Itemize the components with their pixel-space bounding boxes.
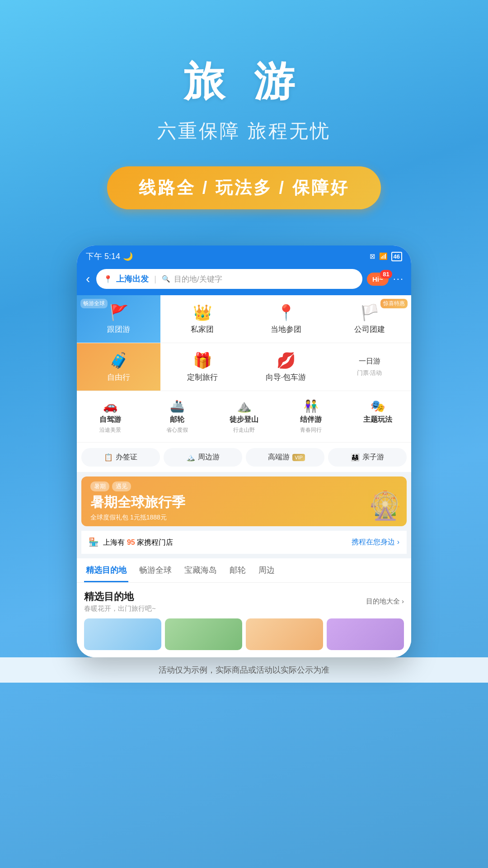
service-nearby[interactable]: 🏔️ 周边游 <box>164 448 242 467</box>
hero-subtitle: 六重保障 旅程无忧 <box>18 118 470 144</box>
service-custom-travel[interactable]: 🎁 定制旅行 <box>160 343 244 391</box>
destination-info: 精选目的地 春暖花开，出门旅行吧~ <box>84 590 156 613</box>
self-drive-icon: 🚗 <box>103 399 117 413</box>
app-content: 畅游全球 🚩 跟团游 👑 私家团 📍 当地参团 惊喜特惠 🏳️ 公司团建 <box>77 295 411 657</box>
service-private-tour[interactable]: 👑 私家团 <box>160 295 244 343</box>
status-bar: 下午 5:14 🌙 ⊠ 📶 46 <box>77 245 411 264</box>
service-badge-blue: 畅游全球 <box>80 299 108 308</box>
departure-city: 上海出发 <box>116 274 149 284</box>
service-local-tour[interactable]: 📍 当地参团 <box>244 295 328 343</box>
dest-image-3[interactable] <box>246 618 323 650</box>
travel-buddy-icon: 👫 <box>304 399 318 413</box>
header-icons: Hi~ 81 ··· <box>367 273 404 286</box>
promo-banner[interactable]: 暑期 遇见 暑期全球旅行季 全球度假礼包 1元抵1888元 🎡 <box>81 476 407 526</box>
theme-play-icon: 🎭 <box>371 399 385 413</box>
banner-offer: 全球度假礼包 1元抵1888元 <box>90 514 185 522</box>
destination-all-link[interactable]: 目的地大全 › <box>366 597 404 606</box>
service-guide-car[interactable]: 💋 向导·包车游 <box>244 343 328 391</box>
service-luxury[interactable]: 高端游 VIP <box>246 448 324 467</box>
dest-image-1[interactable] <box>84 618 161 650</box>
notification-badge: 81 <box>380 270 392 278</box>
private-tour-icon: 👑 <box>193 303 212 321</box>
status-time: 下午 5:14 <box>86 251 120 262</box>
moon-icon: 🌙 <box>123 251 133 261</box>
store-info: 🏪 上海有 95 家携程门店 携程在您身边 › <box>81 531 407 554</box>
destination-subtitle: 春暖花开，出门旅行吧~ <box>84 604 156 613</box>
vip-badge: VIP <box>292 454 305 461</box>
back-button[interactable]: ‹ <box>84 270 92 288</box>
banner-title: 暑期全球旅行季 <box>90 493 185 512</box>
more-button[interactable]: ··· <box>393 273 404 285</box>
phone-container: 下午 5:14 🌙 ⊠ 📶 46 ‹ 📍 上海出发 | 🔍 目的地/关键字 <box>0 236 488 657</box>
destination-header: 精选目的地 春暖花开，出门旅行吧~ 目的地大全 › <box>84 590 404 613</box>
search-divider: | <box>154 274 156 284</box>
service-theme-play[interactable]: 🎭 主题玩法 <box>344 396 411 438</box>
dest-image-2[interactable] <box>165 618 242 650</box>
company-tour-icon: 🏳️ <box>360 303 379 321</box>
service-grid-row1: 畅游全球 🚩 跟团游 👑 私家团 📍 当地参团 惊喜特惠 🏳️ 公司团建 <box>77 295 411 343</box>
hero-title: 旅 游 <box>18 54 470 109</box>
service-badge-orange: 惊喜特惠 <box>380 299 408 308</box>
service-travel-buddy[interactable]: 👫 结伴游 青春同行 <box>277 396 344 438</box>
location-icon: 📍 <box>103 275 113 283</box>
store-link[interactable]: 携程在您身边 › <box>352 538 399 547</box>
service-free-travel[interactable]: 🧳 自由行 <box>77 343 160 391</box>
service-cruise[interactable]: 🚢 邮轮 省心度假 <box>144 396 211 438</box>
service-family[interactable]: 👨‍👩‍👧 亲子游 <box>328 448 407 467</box>
wifi-icon: 📶 <box>379 252 388 260</box>
destination-title: 精选目的地 <box>84 590 156 604</box>
screen-record-icon: ⊠ <box>370 252 375 260</box>
destination-section: 精选目的地 春暖花开，出门旅行吧~ 目的地大全 › <box>77 583 411 657</box>
tab-selected-destinations[interactable]: 精选目的地 <box>84 558 128 582</box>
tab-global-travel[interactable]: 畅游全球 <box>137 558 174 582</box>
cruise-icon: 🚢 <box>170 399 184 413</box>
phone-mockup: 下午 5:14 🌙 ⊠ 📶 46 ‹ 📍 上海出发 | 🔍 目的地/关键字 <box>77 245 411 657</box>
service-day-tickets[interactable]: 一日游 门票·活动 <box>328 343 411 391</box>
hiking-icon: ⛰️ <box>237 399 251 413</box>
group-tour-icon: 🚩 <box>109 303 128 321</box>
store-count: 95 <box>127 538 135 546</box>
local-tour-icon: 📍 <box>277 303 296 321</box>
app-header: ‹ 📍 上海出发 | 🔍 目的地/关键字 Hi~ 81 ··· <box>77 264 411 295</box>
search-placeholder-text: 目的地/关键字 <box>174 274 222 284</box>
tab-nearby[interactable]: 周边 <box>257 558 277 582</box>
family-icon: 👨‍👩‍👧 <box>351 453 360 462</box>
hi-button[interactable]: Hi~ 81 <box>367 273 389 286</box>
service-self-drive[interactable]: 🚗 自驾游 沿途美景 <box>77 396 144 438</box>
service-visa[interactable]: 📋 办签证 <box>81 448 160 467</box>
destination-images <box>84 618 404 650</box>
disclaimer: 活动仅为示例，实际商品或活动以实际公示为准 <box>0 657 488 683</box>
store-icon: 🏪 <box>89 538 99 547</box>
banner-text: 暑期 遇见 暑期全球旅行季 全球度假礼包 1元抵1888元 <box>90 481 185 522</box>
hero-section: 旅 游 六重保障 旅程无忧 线路全 / 玩法多 / 保障好 <box>0 0 488 236</box>
hero-badge[interactable]: 线路全 / 玩法多 / 保障好 <box>107 166 380 209</box>
free-travel-icon: 🧳 <box>109 351 128 369</box>
search-icon: 🔍 <box>162 275 170 283</box>
status-right: ⊠ 📶 46 <box>370 252 402 261</box>
guide-car-icon: 💋 <box>277 351 296 369</box>
service-row3: 🚗 自驾游 沿途美景 🚢 邮轮 省心度假 ⛰️ 徒步登山 行走山野 👫 结伴游 <box>77 391 411 442</box>
tab-island[interactable]: 宝藏海岛 <box>183 558 219 582</box>
tab-bar: 精选目的地 畅游全球 宝藏海岛 邮轮 周边 <box>77 558 411 583</box>
service-group-tour[interactable]: 畅游全球 🚩 跟团游 <box>77 295 160 343</box>
banner-tag1: 暑期 <box>90 481 109 491</box>
battery-icon: 46 <box>391 252 402 261</box>
banner-tag2: 遇见 <box>112 481 131 491</box>
nearby-icon: 🏔️ <box>186 453 195 462</box>
service-row4: 📋 办签证 🏔️ 周边游 高端游 VIP 👨‍👩‍👧 亲子游 <box>77 442 411 472</box>
service-hiking[interactable]: ⛰️ 徒步登山 行走山野 <box>211 396 277 438</box>
store-text: 🏪 上海有 95 家携程门店 <box>89 537 173 547</box>
search-bar[interactable]: 📍 上海出发 | 🔍 目的地/关键字 <box>96 269 362 289</box>
tab-cruise[interactable]: 邮轮 <box>228 558 248 582</box>
status-left: 下午 5:14 🌙 <box>86 251 133 262</box>
custom-travel-icon: 🎁 <box>193 351 212 369</box>
service-grid-row2: 🧳 自由行 🎁 定制旅行 💋 向导·包车游 一日游 门票·活动 <box>77 343 411 391</box>
dest-image-4[interactable] <box>327 618 404 650</box>
service-company-tour[interactable]: 惊喜特惠 🏳️ 公司团建 <box>328 295 411 343</box>
banner-decoration: 🎡 <box>368 490 402 522</box>
visa-icon: 📋 <box>104 453 113 462</box>
